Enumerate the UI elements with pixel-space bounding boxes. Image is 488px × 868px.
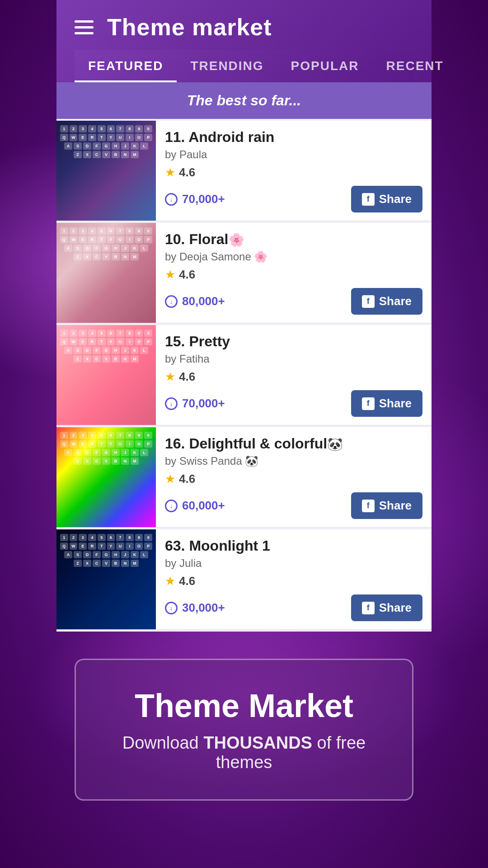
facebook-icon: f <box>362 193 375 206</box>
download-icon: ↓ <box>165 500 178 512</box>
theme-info: 11. Android rain by Paula ★ 4.6 ↓ 70,000… <box>156 121 432 221</box>
theme-info: 63. Moonlight 1 by Julia ★ 4.6 ↓ 30,000+… <box>156 529 432 629</box>
section-header: The best so far... <box>56 82 432 119</box>
rating-value: 4.6 <box>179 472 195 486</box>
tab-trending[interactable]: TRENDING <box>177 50 277 82</box>
promo-subtitle-start: Download <box>122 733 204 752</box>
promo-subtitle-highlight: THOUSANDS <box>203 733 312 752</box>
share-label: Share <box>379 192 412 206</box>
menu-button[interactable] <box>75 20 94 34</box>
theme-thumbnail: 1234567890QWERTYUIOPASDFGHJKLZXCVBNM <box>56 121 156 221</box>
facebook-icon: f <box>362 602 375 614</box>
download-icon: ↓ <box>165 397 178 410</box>
promo-banner: Theme Market Download THOUSANDS of free … <box>75 659 413 801</box>
facebook-icon: f <box>362 500 375 512</box>
theme-name: 11. Android rain <box>165 129 422 146</box>
theme-name: 16. Delightful & colorful🐼 <box>165 435 422 452</box>
download-value: 70,000+ <box>182 396 225 410</box>
list-item[interactable]: 1234567890QWERTYUIOPASDFGHJKLZXCVBNM 16.… <box>56 427 432 528</box>
share-label: Share <box>379 499 412 513</box>
download-value: 30,000+ <box>182 601 225 615</box>
share-label: Share <box>379 601 412 615</box>
list-item[interactable]: 1234567890QWERTYUIOPASDFGHJKLZXCVBNM 63.… <box>56 529 432 630</box>
theme-bottom: ↓ 30,000+ f Share <box>165 594 422 621</box>
facebook-icon: f <box>362 397 375 410</box>
share-label: Share <box>379 396 412 410</box>
download-count: ↓ 80,000+ <box>165 294 225 308</box>
download-count: ↓ 30,000+ <box>165 601 225 615</box>
theme-rating: ★ 4.6 <box>165 472 422 486</box>
theme-thumbnail: 1234567890QWERTYUIOPASDFGHJKLZXCVBNM <box>56 529 156 629</box>
section-title: The best so far... <box>187 92 301 108</box>
star-icon: ★ <box>165 370 175 384</box>
download-count: ↓ 60,000+ <box>165 499 225 513</box>
theme-rating: ★ 4.6 <box>165 165 422 179</box>
header: Theme market FEATURED TRENDING POPULAR R… <box>56 0 432 82</box>
download-value: 60,000+ <box>182 499 225 513</box>
tab-featured[interactable]: FEATURED <box>75 50 177 82</box>
star-icon: ★ <box>165 268 175 282</box>
theme-author: by Paula <box>165 148 422 161</box>
rating-value: 4.6 <box>179 165 195 179</box>
share-button[interactable]: f Share <box>351 186 422 212</box>
theme-bottom: ↓ 80,000+ f Share <box>165 288 422 315</box>
share-button[interactable]: f Share <box>351 390 422 417</box>
download-icon: ↓ <box>165 193 178 206</box>
theme-author: by Swiss Panda 🐼 <box>165 455 422 467</box>
theme-author: by Fatiha <box>165 353 422 365</box>
theme-name: 10. Floral🌸 <box>165 231 422 248</box>
theme-name: 15. Pretty <box>165 333 422 350</box>
theme-info: 16. Delightful & colorful🐼 by Swiss Pand… <box>156 427 432 527</box>
download-count: ↓ 70,000+ <box>165 396 225 410</box>
promo-title: Theme Market <box>94 687 394 724</box>
download-icon: ↓ <box>165 295 178 308</box>
list-item[interactable]: 1234567890QWERTYUIOPASDFGHJKLZXCVBNM 11.… <box>56 121 432 221</box>
theme-thumbnail: 1234567890QWERTYUIOPASDFGHJKLZXCVBNM <box>56 427 156 527</box>
theme-rating: ★ 4.6 <box>165 268 422 282</box>
share-button[interactable]: f Share <box>351 594 422 621</box>
theme-rating: ★ 4.6 <box>165 574 422 588</box>
star-icon: ★ <box>165 574 175 588</box>
rating-value: 4.6 <box>179 574 195 588</box>
theme-author: by Deoja Samone 🌸 <box>165 250 422 263</box>
content-area: The best so far... 1234567890QWERTYUIOPA… <box>56 82 432 632</box>
list-item[interactable]: 1234567890QWERTYUIOPASDFGHJKLZXCVBNM 15.… <box>56 325 432 425</box>
download-value: 80,000+ <box>182 294 225 308</box>
tabs-bar: FEATURED TRENDING POPULAR RECENT <box>75 50 413 82</box>
rating-value: 4.6 <box>179 268 195 282</box>
star-icon: ★ <box>165 165 175 179</box>
theme-bottom: ↓ 70,000+ f Share <box>165 390 422 417</box>
rating-value: 4.6 <box>179 370 195 384</box>
promo-subtitle: Download THOUSANDS of free themes <box>94 733 394 772</box>
theme-bottom: ↓ 60,000+ f Share <box>165 492 422 519</box>
share-button[interactable]: f Share <box>351 492 422 519</box>
theme-thumbnail: 1234567890QWERTYUIOPASDFGHJKLZXCVBNM <box>56 223 156 323</box>
tab-popular[interactable]: POPULAR <box>277 50 373 82</box>
theme-info: 15. Pretty by Fatiha ★ 4.6 ↓ 70,000+ f S… <box>156 325 432 425</box>
download-icon: ↓ <box>165 602 178 614</box>
download-value: 70,000+ <box>182 192 225 206</box>
theme-thumbnail: 1234567890QWERTYUIOPASDFGHJKLZXCVBNM <box>56 325 156 425</box>
theme-bottom: ↓ 70,000+ f Share <box>165 186 422 212</box>
page-title: Theme market <box>107 14 272 41</box>
share-label: Share <box>379 294 412 308</box>
theme-name: 63. Moonlight 1 <box>165 538 422 554</box>
header-top: Theme market <box>75 14 413 50</box>
theme-list: 1234567890QWERTYUIOPASDFGHJKLZXCVBNM 11.… <box>56 121 432 630</box>
theme-rating: ★ 4.6 <box>165 370 422 384</box>
tab-recent[interactable]: RECENT <box>373 50 457 82</box>
list-item[interactable]: 1234567890QWERTYUIOPASDFGHJKLZXCVBNM 10.… <box>56 223 432 323</box>
download-count: ↓ 70,000+ <box>165 192 225 206</box>
share-button[interactable]: f Share <box>351 288 422 315</box>
theme-info: 10. Floral🌸 by Deoja Samone 🌸 ★ 4.6 ↓ 80… <box>156 223 432 323</box>
facebook-icon: f <box>362 295 375 308</box>
theme-author: by Julia <box>165 557 422 570</box>
star-icon: ★ <box>165 472 175 486</box>
